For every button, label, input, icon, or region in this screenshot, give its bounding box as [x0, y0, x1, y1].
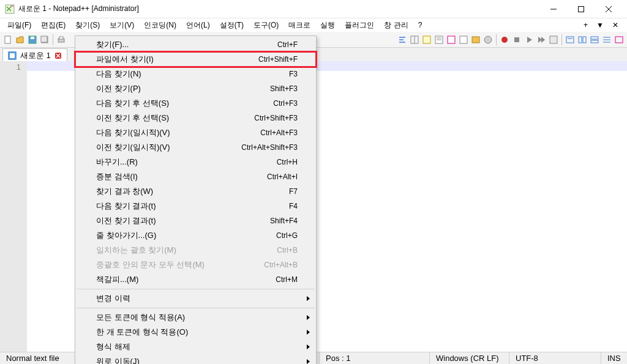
menu-item-6[interactable]: 다음 찾기(일시적)(V)Ctrl+Alt+F3 — [75, 125, 316, 140]
menu-language[interactable]: 언어(L) — [181, 19, 215, 32]
tab-file-icon — [8, 51, 17, 60]
tb-misc2-icon[interactable] — [577, 34, 588, 45]
save-icon[interactable] — [27, 34, 38, 45]
status-eol[interactable]: Windows (CR LF) — [430, 352, 509, 364]
func-list-icon[interactable] — [470, 34, 481, 45]
doc-map-icon[interactable] — [446, 34, 457, 45]
svg-rect-19 — [472, 37, 479, 43]
print-icon[interactable] — [56, 34, 67, 45]
menu-item-shortcut: Ctrl+G — [276, 231, 298, 240]
menu-item-7[interactable]: 이전 찾기(일시적)(V)Ctrl+Alt+Shift+F3 — [75, 140, 316, 155]
menu-item-label: 위로 이동(J) — [96, 356, 298, 364]
minimize-button[interactable] — [539, 1, 567, 18]
tb-misc4-icon[interactable] — [601, 34, 612, 45]
show-all-icon[interactable] — [409, 34, 420, 45]
menu-item-10[interactable]: 찾기 결과 창(W)F7 — [75, 184, 316, 199]
menu-item-18[interactable]: 변경 이력 — [75, 291, 316, 306]
menu-close-icon[interactable]: ✕ — [610, 21, 621, 29]
menu-item-23[interactable]: 위로 이동(J) — [75, 354, 316, 364]
menu-bar: 파일(F) 편집(E) 찾기(S) 보기(V) 인코딩(N) 언어(L) 설정(… — [0, 18, 627, 32]
svg-rect-1 — [10, 6, 13, 7]
menu-macro[interactable]: 매크로 — [283, 19, 315, 32]
save-all-icon[interactable] — [39, 34, 50, 45]
word-wrap-icon[interactable] — [397, 34, 408, 45]
menu-item-label: 다음 찾기(N) — [96, 69, 289, 80]
stop-macro-icon[interactable] — [511, 34, 522, 45]
open-file-icon[interactable] — [15, 34, 26, 45]
status-encoding[interactable]: UTF-8 — [509, 352, 601, 364]
menu-plugins[interactable]: 플러그인 — [340, 19, 379, 32]
tab-close-icon[interactable] — [54, 52, 62, 59]
user-lang-icon[interactable] — [434, 34, 445, 45]
menu-item-label: 일치하는 괄호 찾기(M) — [96, 245, 277, 256]
menu-search[interactable]: 찾기(S) — [70, 19, 105, 32]
close-button[interactable] — [595, 1, 622, 18]
menu-item-21[interactable]: 한 개 토큰에 형식 적용(O) — [75, 325, 316, 340]
menu-item-9[interactable]: 증분 검색(I)Ctrl+Alt+I — [75, 169, 316, 184]
menu-window[interactable]: 창 관리 — [379, 19, 413, 32]
svg-rect-18 — [460, 36, 467, 43]
play-macro-icon[interactable] — [524, 34, 535, 45]
menu-file[interactable]: 파일(F) — [2, 19, 36, 32]
menu-item-shortcut: Ctrl+Alt+F3 — [260, 128, 298, 137]
new-file-icon[interactable] — [2, 34, 13, 45]
folder-workspace-icon[interactable] — [482, 34, 494, 45]
window-title: 새로운 1 - Notepad++ [Administrator] — [18, 4, 539, 14]
tab-new1[interactable]: 새로운 1 — [2, 48, 67, 62]
menu-item-label: 변경 이력 — [96, 293, 298, 304]
menu-item-label: 책갈피...(M) — [96, 274, 276, 285]
tb-misc1-icon[interactable] — [565, 34, 576, 45]
maximize-button[interactable] — [567, 1, 595, 18]
menu-item-1[interactable]: 파일에서 찾기(I)Ctrl+Shift+F — [75, 52, 316, 67]
svg-rect-30 — [615, 37, 623, 43]
menu-item-label: 이전 찾기(일시적)(V) — [96, 142, 241, 153]
menu-item-8[interactable]: 바꾸기...(R)Ctrl+H — [75, 155, 316, 169]
toolbar-separator — [496, 34, 497, 45]
record-macro-icon[interactable] — [499, 34, 510, 45]
menu-item-label: 이전 찾기(P) — [96, 83, 270, 94]
menu-item-0[interactable]: 찾기(F)...Ctrl+F — [75, 37, 316, 52]
menu-item-label: 모든 토큰에 형식 적용(A) — [96, 312, 298, 323]
menu-item-3[interactable]: 이전 찾기(P)Shift+F3 — [75, 81, 316, 96]
status-ins[interactable]: INS — [601, 352, 627, 364]
tb-misc5-icon[interactable] — [614, 34, 625, 45]
menu-separator — [77, 308, 315, 308]
menu-item-12[interactable]: 이전 찾기 결과(t)Shift+F4 — [75, 214, 316, 228]
menu-encoding[interactable]: 인코딩(N) — [139, 19, 181, 32]
save-macro-icon[interactable] — [548, 34, 559, 45]
menu-item-15: 중괄호 안의 문자 모두 선택(M)Ctrl+Alt+B — [75, 258, 316, 272]
menu-item-11[interactable]: 다음 찾기 결과(t)F4 — [75, 199, 316, 214]
svg-rect-17 — [448, 36, 455, 43]
menu-plus-icon[interactable]: + — [581, 21, 590, 29]
svg-rect-12 — [59, 37, 63, 39]
menu-item-20[interactable]: 모든 토큰에 형식 적용(A) — [75, 310, 316, 325]
menu-item-shortcut: Shift+F4 — [270, 217, 298, 225]
svg-point-21 — [501, 37, 508, 43]
menu-item-16[interactable]: 책갈피...(M)Ctrl+M — [75, 272, 316, 287]
menu-settings[interactable]: 설정(T) — [215, 19, 249, 32]
menu-dropdown-icon[interactable]: ▼ — [594, 21, 606, 29]
play-multi-icon[interactable] — [536, 34, 547, 45]
menu-item-label: 다음 찾기 결과(t) — [96, 201, 289, 212]
menu-item-shortcut: Ctrl+Alt+Shift+F3 — [241, 143, 298, 152]
svg-rect-15 — [423, 36, 430, 43]
menu-item-shortcut: F7 — [289, 187, 298, 196]
menu-item-label: 한 개 토큰에 형식 적용(O) — [96, 327, 298, 338]
menu-item-4[interactable]: 다음 찾기 후 선택(S)Ctrl+F3 — [75, 96, 316, 111]
indent-guide-icon[interactable] — [421, 34, 432, 45]
tb-misc3-icon[interactable] — [589, 34, 600, 45]
menu-tools[interactable]: 도구(O) — [249, 19, 283, 32]
menu-item-13[interactable]: 줄 찾아가기...(G)Ctrl+G — [75, 228, 316, 243]
menu-item-5[interactable]: 이전 찾기 후 선택(S)Ctrl+Shift+F3 — [75, 111, 316, 125]
menu-item-22[interactable]: 형식 해제 — [75, 340, 316, 354]
menu-item-label: 증분 검색(I) — [96, 171, 267, 182]
menu-edit[interactable]: 편집(E) — [36, 19, 70, 32]
doc-list-icon[interactable] — [458, 34, 469, 45]
menu-item-label: 다음 찾기 후 선택(S) — [96, 98, 273, 109]
menu-help[interactable]: ? — [413, 20, 427, 31]
menu-item-label: 다음 찾기(일시적)(V) — [96, 127, 260, 138]
menu-view[interactable]: 보기(V) — [105, 19, 139, 32]
toolbar-separator — [561, 34, 562, 45]
menu-item-2[interactable]: 다음 찾기(N)F3 — [75, 67, 316, 81]
menu-run[interactable]: 실행 — [315, 19, 340, 32]
